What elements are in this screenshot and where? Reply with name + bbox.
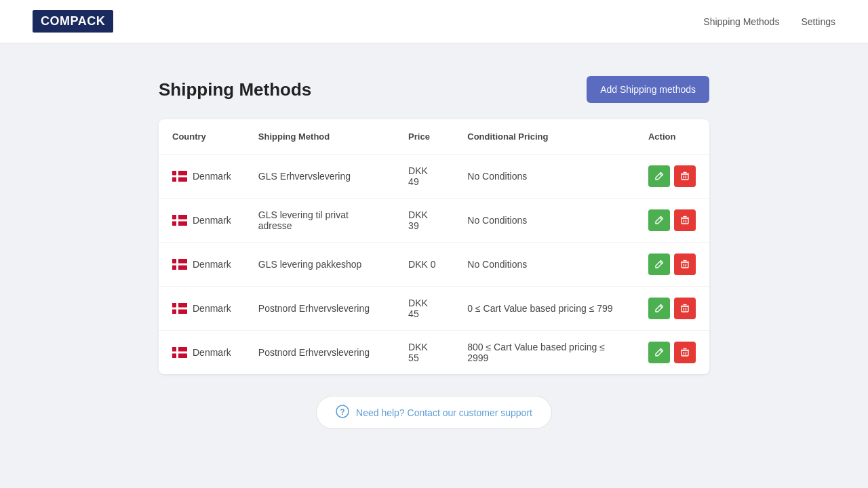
nav-shipping-methods[interactable]: Shipping Methods [703,16,779,27]
svg-rect-31 [682,306,688,312]
country-name: Denmark [193,347,231,358]
cell-price: DKK 0 [395,243,454,287]
main-content: Shipping Methods Add Shipping methods Co… [142,43,726,462]
denmark-flag-icon [172,215,187,226]
shipping-methods-card: Country Shipping Method Price Conditiona… [159,119,709,374]
svg-rect-29 [172,308,187,310]
svg-rect-11 [172,220,187,222]
cell-country: Denmark [159,331,245,375]
col-shipping-method: Shipping Method [245,119,395,155]
cell-country: Denmark [159,287,245,331]
cell-price: DKK 49 [395,155,454,199]
cell-shipping-method: Postnord Erhvervslevering [245,331,395,375]
cell-shipping-method: GLS levering til privat adresse [245,199,395,243]
cell-conditional-pricing: 800 ≤ Cart Value based pricing ≤ 2999 [454,331,635,375]
cell-price: DKK 55 [395,331,454,375]
col-action: Action [635,119,709,155]
page-title: Shipping Methods [159,79,311,100]
nav-settings[interactable]: Settings [801,16,835,27]
table-header: Country Shipping Method Price Conditiona… [159,119,709,155]
denmark-flag-icon [172,259,187,270]
cell-action [635,287,709,331]
svg-rect-22 [682,262,688,268]
cell-shipping-method: Postnord Erhvervslevering [245,287,395,331]
table-row: Denmark GLS levering pakkeshopDKK 0No Co… [159,243,709,287]
page-header: Shipping Methods Add Shipping methods [159,76,709,103]
brand-name: COMPACK [33,10,113,33]
svg-rect-4 [682,174,688,180]
cell-country: Denmark [159,155,245,199]
denmark-flag-icon [172,303,187,314]
svg-text:?: ? [340,407,344,417]
denmark-flag-icon [172,347,187,358]
table-row: Denmark Postnord ErhvervsleveringDKK 450… [159,287,709,331]
country-name: Denmark [193,259,231,270]
support-link[interactable]: Need help? Contact our customer support [356,407,532,418]
cell-conditional-pricing: No Conditions [454,155,635,199]
delete-button[interactable] [674,342,696,363]
edit-button[interactable] [648,253,670,275]
brand-pack: PACK [71,14,106,28]
cell-action [635,243,709,287]
edit-button[interactable] [648,165,670,187]
cell-action [635,199,709,243]
cell-conditional-pricing: No Conditions [454,199,635,243]
help-icon: ? [336,405,349,420]
header: COMPACK Shipping Methods Settings [0,0,868,43]
cell-price: DKK 45 [395,287,454,331]
cell-conditional-pricing: No Conditions [454,243,635,287]
table-row: Denmark GLS ErhvervsleveringDKK 49No Con… [159,155,709,199]
shipping-methods-table: Country Shipping Method Price Conditiona… [159,119,709,374]
support-banner: ? Need help? Contact our customer suppor… [159,396,709,429]
brand-com: COM [41,14,71,28]
country-name: Denmark [193,171,231,182]
cell-shipping-method: GLS Erhvervslevering [245,155,395,199]
col-price: Price [395,119,454,155]
delete-button[interactable] [674,253,696,275]
cell-shipping-method: GLS levering pakkeshop [245,243,395,287]
country-name: Denmark [193,303,231,314]
edit-button[interactable] [648,342,670,363]
cell-country: Denmark [159,199,245,243]
denmark-flag-icon [172,171,187,182]
main-nav: Shipping Methods Settings [703,16,835,27]
logo: COMPACK [33,10,113,33]
table-body: Denmark GLS ErhvervsleveringDKK 49No Con… [159,155,709,375]
delete-button[interactable] [674,165,696,187]
cell-action [635,331,709,375]
delete-button[interactable] [674,209,696,231]
delete-button[interactable] [674,298,696,319]
svg-rect-38 [172,352,187,354]
col-conditional-pricing: Conditional Pricing [454,119,635,155]
cell-action [635,155,709,199]
country-name: Denmark [193,215,231,226]
svg-rect-40 [682,350,688,356]
cell-conditional-pricing: 0 ≤ Cart Value based pricing ≤ 799 [454,287,635,331]
svg-rect-2 [172,176,187,178]
cell-country: Denmark [159,243,245,287]
cell-price: DKK 39 [395,199,454,243]
table-header-row: Country Shipping Method Price Conditiona… [159,119,709,155]
add-shipping-method-button[interactable]: Add Shipping methods [587,76,709,103]
support-box: ? Need help? Contact our customer suppor… [316,396,552,429]
edit-button[interactable] [648,209,670,231]
edit-button[interactable] [648,298,670,319]
svg-rect-13 [682,218,688,224]
table-row: Denmark Postnord ErhvervsleveringDKK 558… [159,331,709,375]
table-row: Denmark GLS levering til privat adresseD… [159,199,709,243]
svg-rect-20 [172,264,187,266]
col-country: Country [159,119,245,155]
